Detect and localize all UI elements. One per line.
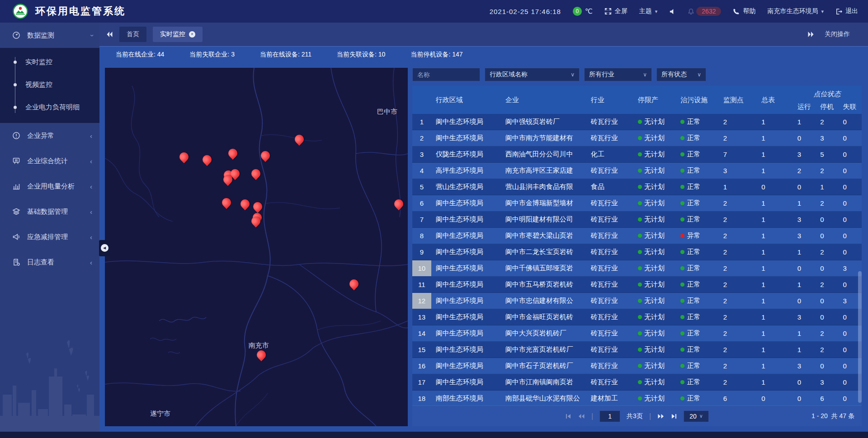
map-collapse-button[interactable]: ◀ <box>99 240 110 256</box>
table-row[interactable]: 11阆中生态环境局阆中市五马桥页岩机砖砖瓦行业无计划正常21120 <box>412 277 862 293</box>
filter-bar: 行政区域名称 ∨ 所有行业 ∨ 所有状态 ∨ <box>412 68 862 81</box>
sidebar-item-log-view[interactable]: 日志查看 ‹ <box>0 250 99 275</box>
cell-region: 阆中生态环境局 <box>431 228 501 244</box>
group-sub-headers: 运行 停机 失联 <box>793 99 861 114</box>
table-row[interactable]: 2阆中生态环境局阆中市南方节能建材有砖瓦行业无计划正常21030 <box>412 130 862 146</box>
table-row[interactable]: 9阆中生态环境局阆中市二龙长宝页岩砖砖瓦行业无计划正常21120 <box>412 244 862 260</box>
table-row[interactable]: 10阆中生态环境局阆中千佛镇五郎垭页岩砖瓦行业无计划正常21003 <box>412 260 862 277</box>
table-row[interactable]: 3仪陇生态环境局西南油气田分公司川中化工无计划正常71350 <box>412 146 862 163</box>
tabs-scroll-left-button[interactable] <box>106 31 113 38</box>
col-industry: 行业 <box>586 86 633 114</box>
status-dot-icon <box>680 348 684 352</box>
cell-region: 阆中生态环境局 <box>431 293 501 309</box>
logout-button[interactable]: 退出 <box>835 7 858 15</box>
table-row[interactable]: 13阆中生态环境局阆中市金福旺页岩机砖砖瓦行业无计划正常21300 <box>412 309 862 325</box>
next-page-button[interactable] <box>657 414 665 419</box>
sidebar-subitem-label: 企业电力负荷明细 <box>25 103 80 112</box>
fullscreen-label: 全屏 <box>615 7 627 15</box>
theme-menu[interactable]: 主题 ▾ <box>639 7 658 15</box>
status-dot-icon <box>638 169 642 173</box>
cell-total-meters: 1 <box>757 325 793 341</box>
table-row[interactable]: 4高坪生态环境局南充市高坪区王家店建砖瓦行业无计划正常31220 <box>412 163 862 179</box>
cell-index: 1 <box>412 114 431 130</box>
table-row[interactable]: 1阆中生态环境局阆中强锐页岩砖厂砖瓦行业无计划正常21120 <box>412 114 862 130</box>
status-dot-icon <box>638 185 642 189</box>
cell-running: 0 <box>793 374 816 390</box>
table-row[interactable]: 8阆中生态环境局阆中市枣碧大梁山页岩砖瓦行业无计划异常21300 <box>412 228 862 244</box>
sidebar-submenu-data-monitoring: 实时监控 视频监控 企业电力负荷明细 <box>0 48 99 123</box>
status-dot-icon <box>638 299 642 303</box>
chevron-left-icon: ‹ <box>90 157 92 165</box>
industry-filter-select[interactable]: 所有行业 ∨ <box>584 68 652 81</box>
cell-facility-status: 正常 <box>676 277 718 292</box>
help-button[interactable]: 帮助 <box>733 7 755 15</box>
table-row[interactable]: 12阆中生态环境局阆中市忠信建材有限公砖瓦行业无计划正常21003 <box>412 293 862 309</box>
tabs-scroll-right-button[interactable] <box>807 31 815 38</box>
sidebar-item-enterprise-abnormal[interactable]: 企业异常 ‹ <box>0 123 99 148</box>
sidebar-item-enterprise-statistics[interactable]: 企业综合统计 ‹ <box>0 148 99 174</box>
cell-company: 阆中市南方节能建材有 <box>501 130 586 146</box>
cell-limit-status: 无计划 <box>633 293 676 309</box>
tab-home[interactable]: 首页 <box>119 27 146 42</box>
mute-button[interactable] <box>669 8 676 15</box>
name-filter-input[interactable] <box>412 68 480 81</box>
temperature-unit: ℃ <box>585 7 593 15</box>
table-row[interactable]: 6阆中生态环境局阆中市金博瑞新型墙材砖瓦行业无计划正常21120 <box>412 195 862 212</box>
table-row[interactable]: 7阆中生态环境局阆中明阳建材有限公司砖瓦行业无计划正常21300 <box>412 212 862 228</box>
sidebar-item-realtime-monitoring[interactable]: 实时监控 <box>0 51 99 73</box>
theme-label: 主题 <box>639 7 652 15</box>
status-dot-icon <box>680 299 684 303</box>
table-row[interactable]: 14阆中生态环境局阆中大兴页岩机砖厂砖瓦行业无计划正常21120 <box>412 325 862 342</box>
body: 数据监测 ‹ 实时监控 视频监控 企业电力负荷明细 <box>0 23 868 432</box>
status-dot-icon <box>638 120 642 124</box>
table-body: 1阆中生态环境局阆中强锐页岩砖厂砖瓦行业无计划正常211202阆中生态环境局阆中… <box>412 114 862 405</box>
cell-limit-status: 无计划 <box>633 130 676 146</box>
table-row[interactable]: 17阆中生态环境局阆中市江南镇阆南页岩砖瓦行业无计划正常21030 <box>412 374 862 391</box>
status-dot-icon <box>680 380 684 384</box>
prev-page-button[interactable] <box>578 414 585 419</box>
select-caret-icon: ∨ <box>564 71 575 78</box>
scrollbar-thumb[interactable] <box>858 271 862 402</box>
status-filter-select[interactable]: 所有状态 ∨ <box>656 68 706 81</box>
sidebar-item-data-monitoring[interactable]: 数据监测 ‹ <box>0 23 99 48</box>
region-filter-select[interactable]: 行政区域名称 ∨ <box>485 68 580 81</box>
table-row[interactable]: 16阆中生态环境局阆中市石子页岩机砖厂砖瓦行业无计划正常21300 <box>412 358 862 374</box>
cell-running: 0 <box>793 391 816 405</box>
table-row[interactable]: 18南部生态环境局南部县砒华山水泥有限公建材加工无计划正常60060 <box>412 391 862 405</box>
cell-facility-status: 正常 <box>676 358 718 374</box>
cell-running: 1 <box>793 244 816 260</box>
cell-industry: 化工 <box>586 146 633 162</box>
cell-total-meters: 1 <box>757 163 793 179</box>
notification-badge[interactable]: 2632 <box>696 7 721 16</box>
tab-realtime-monitoring[interactable]: 实时监控 × <box>153 27 203 42</box>
sidebar-item-emergency-reduction[interactable]: 应急减排管理 ‹ <box>0 224 99 250</box>
sidebar-item-power-load-detail[interactable]: 企业电力负荷明细 <box>0 96 99 118</box>
stat-stopped-devices: 当前停机设备: 147 <box>410 51 462 59</box>
cell-facility-status: 正常 <box>676 293 718 309</box>
org-menu[interactable]: 南充市生态环境局 ▾ <box>767 7 824 15</box>
cell-industry: 砖瓦行业 <box>586 114 633 130</box>
page-size-select[interactable]: 20 ∨ <box>684 410 709 422</box>
first-page-button[interactable] <box>565 414 571 419</box>
cell-company: 阆中大兴页岩机砖厂 <box>501 325 586 341</box>
page-number-input[interactable]: 1 <box>599 410 620 422</box>
last-page-button[interactable] <box>671 414 677 419</box>
map[interactable]: ◀ 巴中市南充市遂宁市 <box>105 68 408 426</box>
sidebar-item-label: 基础数据管理 <box>27 207 68 216</box>
table-row[interactable]: 5营山生态环境局营山县润丰肉食品有限食品无计划正常10010 <box>412 179 862 195</box>
cell-stopped: 6 <box>816 391 838 405</box>
cell-stopped: 3 <box>816 130 838 146</box>
sidebar-item-base-data[interactable]: 基础数据管理 ‹ <box>0 199 99 224</box>
sidebar-item-power-analysis[interactable]: 企业用电量分析 ‹ <box>0 174 99 199</box>
close-operations-button[interactable]: 关闭操作 <box>825 30 850 38</box>
sidebar-item-video-monitoring[interactable]: 视频监控 <box>0 73 99 96</box>
tab-close-icon[interactable]: × <box>189 31 195 38</box>
footer-strip <box>0 432 868 438</box>
org-label: 南充市生态环境局 <box>767 7 818 15</box>
cell-region: 阆中生态环境局 <box>431 244 501 260</box>
cell-facility-status: 正常 <box>676 309 718 325</box>
table-row[interactable]: 15阆中生态环境局阆中市光富页岩机砖厂砖瓦行业无计划正常21120 <box>412 342 862 358</box>
notifications[interactable]: 2632 <box>688 7 721 16</box>
fullscreen-button[interactable]: 全屏 <box>604 7 627 15</box>
map-city-label: 南充市 <box>249 341 269 349</box>
